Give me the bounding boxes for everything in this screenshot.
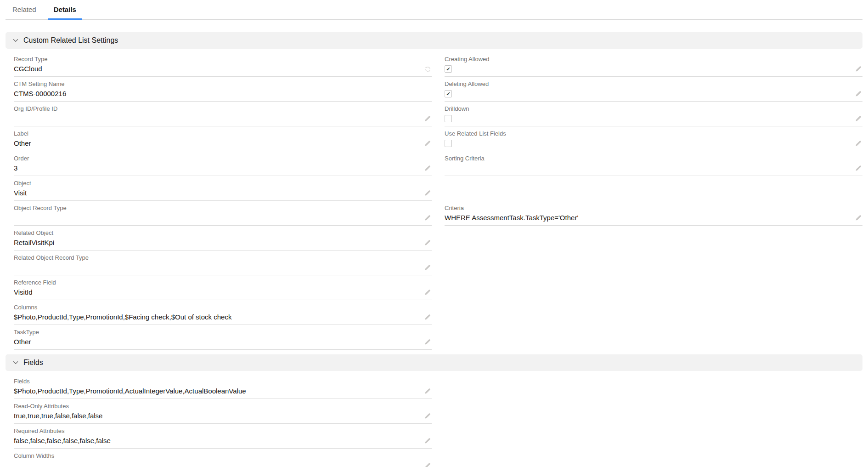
field-label-field: Label Other [14, 129, 432, 151]
pencil-icon [424, 413, 431, 419]
field-order: Order 3 [14, 154, 432, 176]
deleting-allowed-checkbox[interactable]: ✔ [445, 90, 452, 97]
field-label: TaskType [14, 328, 432, 336]
field-label: Label [14, 130, 432, 137]
edit-deleting-allowed-button[interactable] [854, 90, 862, 98]
tab-details[interactable]: Details [48, 0, 82, 19]
edit-reference-field-button[interactable] [423, 288, 432, 296]
edit-use-related-list-fields-button[interactable] [854, 139, 862, 148]
field-required-attributes: Required Attributes false,false,false,fa… [14, 427, 432, 449]
field-value: Visit [14, 188, 423, 198]
edit-sorting-criteria-button[interactable] [854, 164, 862, 172]
field-object-record-type: Object Record Type [14, 204, 432, 226]
record-details-page: Related Details Custom Related List Sett… [0, 0, 868, 467]
field-ctm-setting-name: CTM Setting Name CTMS-00000216 [14, 80, 432, 102]
sync-icon [424, 66, 431, 73]
field-label: Columns [14, 303, 432, 311]
field-value: true,true,true,false,false,false [14, 411, 423, 421]
field-value: RetailVisitKpi [14, 238, 423, 247]
field-label: Drilldown [445, 105, 862, 113]
empty-cell [445, 402, 862, 424]
edit-required-attributes-button[interactable] [423, 437, 432, 445]
field-label: Deleting Allowed [445, 80, 862, 88]
edit-fields-button[interactable] [423, 387, 432, 395]
field-sorting-criteria: Sorting Criteria [445, 154, 862, 176]
field-value: Other [14, 139, 423, 148]
field-label: CTM Setting Name [14, 80, 432, 88]
edit-task-type-button[interactable] [423, 338, 432, 346]
field-value: $Photo,ProductId,Type,PromotionId,Actual… [14, 387, 423, 396]
edit-criteria-button[interactable] [854, 214, 862, 222]
edit-order-button[interactable] [423, 164, 432, 172]
field-task-type: TaskType Other [14, 328, 432, 350]
field-label: Use Related List Fields [445, 130, 862, 137]
pencil-icon [424, 438, 431, 444]
field-object: Object Visit [14, 179, 432, 201]
pencil-icon [424, 115, 431, 122]
field-label: Object Record Type [14, 204, 432, 212]
edit-label-button[interactable] [423, 139, 432, 148]
pencil-icon [424, 289, 431, 296]
field-label: Required Attributes [14, 427, 432, 435]
pencil-icon [855, 115, 862, 122]
field-fields: Fields $Photo,ProductId,Type,PromotionId… [14, 377, 432, 399]
edit-related-object-record-type-button[interactable] [423, 263, 432, 272]
chevron-down-icon [12, 359, 19, 366]
section-header-custom-related-list-settings[interactable]: Custom Related List Settings [6, 32, 862, 49]
field-value: Other [14, 337, 423, 347]
edit-creating-allowed-button[interactable] [854, 65, 862, 73]
field-label: Fields [14, 377, 432, 385]
empty-cell [445, 451, 862, 467]
field-criteria: Criteria WHERE AssessmentTask.TaskType='… [445, 204, 862, 226]
section-header-fields[interactable]: Fields [6, 354, 862, 371]
empty-cell [445, 179, 862, 201]
pencil-icon [424, 239, 431, 246]
tab-bar: Related Details [6, 0, 862, 20]
field-label: Related Object [14, 229, 432, 237]
pencil-icon [855, 215, 862, 221]
edit-drilldown-button[interactable] [854, 114, 862, 123]
edit-object-record-type-button[interactable] [423, 214, 432, 222]
field-label: Related Object Record Type [14, 254, 432, 262]
empty-cell [445, 278, 862, 300]
edit-column-widths-button[interactable] [423, 461, 432, 467]
empty-cell [445, 253, 862, 275]
pencil-icon [855, 66, 862, 72]
drilldown-checkbox[interactable] [445, 115, 452, 122]
empty-cell [445, 303, 862, 325]
section-title: Custom Related List Settings [23, 37, 118, 44]
field-value: CTMS-00000216 [14, 89, 432, 98]
field-label: Org ID/Profile ID [14, 105, 432, 113]
pencil-icon [424, 215, 431, 221]
edit-columns-button[interactable] [423, 313, 432, 321]
field-column-widths: Column Widths [14, 451, 432, 467]
chevron-down-icon [12, 37, 19, 44]
creating-allowed-checkbox[interactable]: ✔ [445, 65, 452, 73]
field-org-profile-id: Org ID/Profile ID [14, 104, 432, 126]
edit-read-only-attributes-button[interactable] [423, 412, 432, 420]
field-label: Reference Field [14, 279, 432, 286]
empty-cell [445, 377, 862, 399]
field-value: CGCloud [14, 64, 423, 74]
field-value: WHERE AssessmentTask.TaskType='Other' [445, 213, 854, 222]
field-value: $Photo,ProductId,Type,PromotionId,$Facin… [14, 313, 423, 322]
field-value: 3 [14, 164, 423, 173]
pencil-icon [855, 140, 862, 147]
edit-org-profile-id-button[interactable] [423, 114, 432, 123]
pencil-icon [424, 462, 431, 467]
field-related-object-record-type: Related Object Record Type [14, 253, 432, 275]
field-grid: Record Type CGCloud Creating Allowed ✔ C… [14, 55, 862, 350]
pencil-icon [424, 165, 431, 171]
pencil-icon [424, 388, 431, 394]
field-reference-field: Reference Field VisitId [14, 278, 432, 300]
check-mark: ✔ [446, 91, 450, 97]
edit-object-button[interactable] [423, 189, 432, 197]
section-fields: Fields Fields $Photo,ProductId,Type,Prom… [6, 354, 862, 467]
check-mark: ✔ [446, 67, 450, 72]
field-grid: Fields $Photo,ProductId,Type,PromotionId… [14, 377, 862, 467]
tab-related[interactable]: Related [6, 0, 42, 19]
pencil-icon [855, 165, 862, 171]
use-related-list-fields-checkbox[interactable] [445, 140, 452, 147]
section-title: Fields [23, 359, 43, 366]
edit-related-object-button[interactable] [423, 239, 432, 247]
